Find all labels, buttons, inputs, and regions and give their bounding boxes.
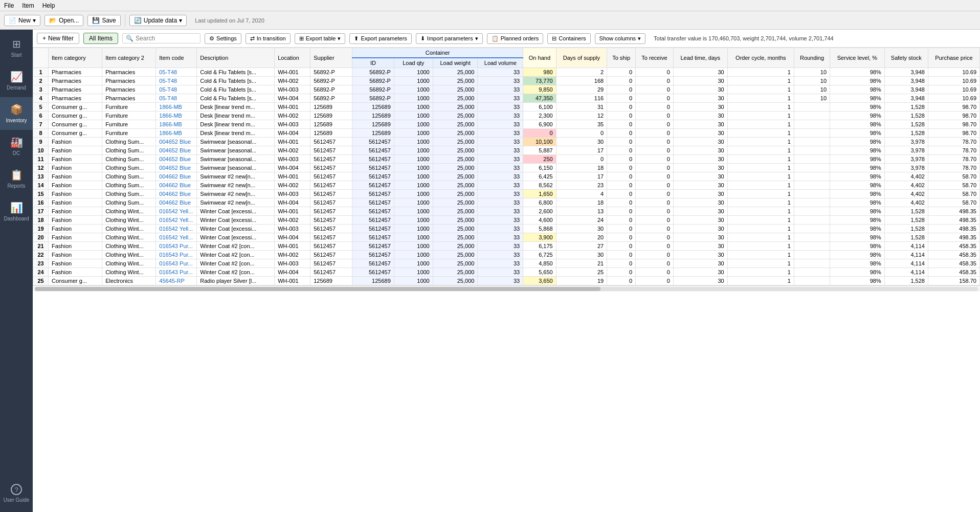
menu-item[interactable]: Item	[22, 2, 34, 9]
cell-item-code[interactable]: 1866-MB	[156, 120, 197, 129]
new-button[interactable]: 📄 New ▾	[4, 15, 40, 26]
all-items-tab[interactable]: All Items	[83, 33, 118, 44]
sidebar-item-dashboard[interactable]: 📊 Dashboard	[0, 195, 33, 228]
cell-item-code[interactable]: 1866-MB	[156, 129, 197, 138]
col-header-to-receive[interactable]: To receive	[636, 48, 674, 68]
table-row[interactable]: 24 Fashion Clothing Wint... 016543 Pur..…	[33, 268, 980, 277]
cell-item-code[interactable]: 016543 Pur...	[156, 259, 197, 268]
sidebar-item-dc[interactable]: 🏭 DC	[0, 130, 33, 163]
open-button[interactable]: 📂 Open...	[44, 15, 83, 26]
import-dropdown[interactable]: ▾	[475, 35, 478, 42]
col-header-load-qty[interactable]: Load qty	[394, 58, 433, 68]
cell-item-code[interactable]: 016542 Yell...	[156, 207, 197, 216]
table-row[interactable]: 17 Fashion Clothing Wint... 016542 Yell.…	[33, 207, 980, 216]
cell-item-code[interactable]: 016542 Yell...	[156, 233, 197, 242]
col-header-safety-stock[interactable]: Safety stock	[884, 48, 928, 68]
cell-item-code[interactable]: 004662 Blue	[156, 190, 197, 198]
export-table-button[interactable]: ⊞ Export table ▾	[295, 33, 346, 44]
update-data-button[interactable]: 🔄 Update data ▾	[129, 15, 187, 26]
table-row[interactable]: 18 Fashion Clothing Wint... 016542 Yell.…	[33, 216, 980, 225]
table-row[interactable]: 14 Fashion Clothing Sum... 004662 Blue S…	[33, 181, 980, 190]
containers-button[interactable]: ⊟ Containers	[547, 33, 590, 44]
col-header-days-supply[interactable]: Days of supply	[556, 48, 607, 68]
update-dropdown-icon[interactable]: ▾	[179, 17, 182, 24]
sidebar-item-inventory[interactable]: 📦 Inventory	[0, 97, 33, 130]
in-transition-button[interactable]: ⇄ In transition	[246, 33, 291, 44]
search-input[interactable]	[136, 35, 197, 42]
cell-item-code[interactable]: 004652 Blue	[156, 155, 197, 164]
col-header-on-hand[interactable]: On hand	[523, 48, 556, 68]
cell-item-code[interactable]: 016543 Pur...	[156, 268, 197, 277]
table-row[interactable]: 7 Consumer g... Furniture 1866-MB Desk […	[33, 120, 980, 129]
col-header-rounding[interactable]: Rounding	[794, 48, 830, 68]
table-row[interactable]: 10 Fashion Clothing Sum... 004652 Blue S…	[33, 146, 980, 155]
table-row[interactable]: 25 Consumer g... Electronics 45645-RP Ra…	[33, 277, 980, 285]
new-filter-button[interactable]: + New filter	[37, 33, 79, 44]
new-dropdown-icon[interactable]: ▾	[33, 17, 36, 24]
save-button[interactable]: 💾 Save	[87, 15, 120, 26]
col-header-load-volume[interactable]: Load volume	[478, 58, 523, 68]
sidebar-item-reports[interactable]: 📋 Reports	[0, 163, 33, 195]
planned-orders-button[interactable]: 📋 Planned orders	[487, 33, 544, 44]
table-row[interactable]: 15 Fashion Clothing Sum... 004662 Blue S…	[33, 190, 980, 198]
col-header-lead-time[interactable]: Lead time, days	[673, 48, 727, 68]
menu-file[interactable]: File	[4, 2, 14, 9]
show-columns-button[interactable]: Show columns ▾	[595, 33, 646, 44]
table-row[interactable]: 2 Pharmacies Pharmacies 05-T48 Cold & Fl…	[33, 77, 980, 85]
col-header-container-id[interactable]: ID	[352, 58, 394, 68]
cell-item-code[interactable]: 004652 Blue	[156, 164, 197, 172]
col-header-num[interactable]	[33, 48, 49, 68]
table-row[interactable]: 1 Pharmacies Pharmacies 05-T48 Cold & Fl…	[33, 68, 980, 77]
table-row[interactable]: 13 Fashion Clothing Sum... 004662 Blue S…	[33, 172, 980, 181]
col-header-description[interactable]: Description	[197, 48, 275, 68]
scrollbar-thumb[interactable]	[35, 287, 600, 291]
cell-item-code[interactable]: 004662 Blue	[156, 181, 197, 190]
table-row[interactable]: 3 Pharmacies Pharmacies 05-T48 Cold & Fl…	[33, 85, 980, 94]
col-header-order-cycle[interactable]: Order cycle, months	[727, 48, 794, 68]
col-header-load-weight[interactable]: Load weight	[433, 58, 478, 68]
cell-item-code[interactable]: 1866-MB	[156, 112, 197, 120]
col-header-supplier[interactable]: Supplier	[310, 48, 352, 68]
table-row[interactable]: 21 Fashion Clothing Wint... 016543 Pur..…	[33, 242, 980, 251]
table-wrapper[interactable]: Item category Item category 2 Item code …	[33, 48, 980, 512]
cell-item-code[interactable]: 016542 Yell...	[156, 225, 197, 233]
horizontal-scrollbar[interactable]	[35, 287, 978, 291]
table-row[interactable]: 16 Fashion Clothing Sum... 004662 Blue S…	[33, 198, 980, 207]
col-header-item-code[interactable]: Item code	[156, 48, 197, 68]
export-table-dropdown[interactable]: ▾	[338, 35, 341, 42]
show-columns-dropdown[interactable]: ▾	[638, 35, 641, 42]
col-header-service-level[interactable]: Service level, %	[830, 48, 885, 68]
sidebar-item-user-guide[interactable]: ? User Guide	[0, 477, 33, 510]
table-row[interactable]: 8 Consumer g... Furniture 1866-MB Desk […	[33, 129, 980, 138]
table-row[interactable]: 4 Pharmacies Pharmacies 05-T48 Cold & Fl…	[33, 94, 980, 103]
col-header-item-category2[interactable]: Item category 2	[102, 48, 156, 68]
search-box[interactable]: 🔍	[122, 33, 201, 43]
col-header-location[interactable]: Location	[275, 48, 310, 68]
table-row[interactable]: 20 Fashion Clothing Wint... 016542 Yell.…	[33, 233, 980, 242]
col-header-item-category[interactable]: Item category	[49, 48, 102, 68]
cell-item-code[interactable]: 016543 Pur...	[156, 251, 197, 259]
table-row[interactable]: 11 Fashion Clothing Sum... 004652 Blue S…	[33, 155, 980, 164]
cell-item-code[interactable]: 016542 Yell...	[156, 216, 197, 225]
sidebar-item-start[interactable]: ⊞ Start	[0, 32, 33, 64]
cell-item-code[interactable]: 05-T48	[156, 77, 197, 85]
cell-item-code[interactable]: 004652 Blue	[156, 138, 197, 146]
cell-item-code[interactable]: 05-T48	[156, 94, 197, 103]
table-row[interactable]: 12 Fashion Clothing Sum... 004652 Blue S…	[33, 164, 980, 172]
menu-help[interactable]: Help	[42, 2, 55, 9]
cell-item-code[interactable]: 004652 Blue	[156, 146, 197, 155]
table-row[interactable]: 6 Consumer g... Furniture 1866-MB Desk […	[33, 112, 980, 120]
cell-item-code[interactable]: 45645-RP	[156, 277, 197, 285]
cell-item-code[interactable]: 05-T48	[156, 68, 197, 77]
cell-item-code[interactable]: 016543 Pur...	[156, 242, 197, 251]
cell-item-code[interactable]: 1866-MB	[156, 103, 197, 112]
col-header-to-ship[interactable]: To ship	[607, 48, 636, 68]
table-row[interactable]: 22 Fashion Clothing Wint... 016543 Pur..…	[33, 251, 980, 259]
sidebar-item-demand[interactable]: 📈 Demand	[0, 64, 33, 97]
table-row[interactable]: 5 Consumer g... Furniture 1866-MB Desk […	[33, 103, 980, 112]
scroll-bar-area[interactable]	[33, 285, 980, 292]
col-header-purchase-price[interactable]: Purchase price	[928, 48, 979, 68]
table-row[interactable]: 23 Fashion Clothing Wint... 016543 Pur..…	[33, 259, 980, 268]
cell-item-code[interactable]: 004662 Blue	[156, 172, 197, 181]
export-params-button[interactable]: ⬆ Export parameters	[349, 33, 411, 44]
